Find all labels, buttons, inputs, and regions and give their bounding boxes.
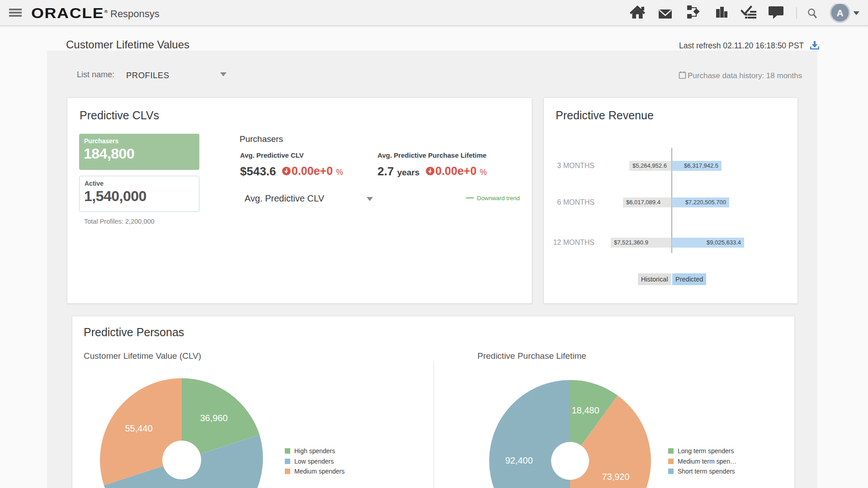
svg-text:A: A: [836, 8, 843, 18]
